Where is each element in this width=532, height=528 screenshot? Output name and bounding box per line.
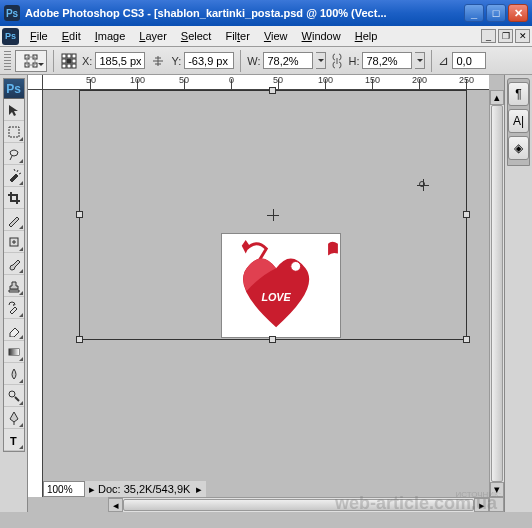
svg-rect-10	[62, 64, 66, 68]
svg-rect-13	[9, 127, 19, 137]
x-input[interactable]	[95, 52, 145, 69]
mdi-minimize-button[interactable]: _	[481, 29, 496, 43]
pen-tool[interactable]	[4, 407, 24, 429]
svg-rect-11	[67, 64, 71, 68]
main-area: Ps T 50 100 50 0 50 100	[0, 75, 532, 512]
svg-rect-12	[72, 64, 76, 68]
ref-point-selector[interactable]	[60, 52, 78, 70]
h-dropdown[interactable]	[415, 52, 425, 69]
lasso-tool[interactable]	[4, 143, 24, 165]
vertical-scrollbar[interactable]: ▴ ▾	[489, 90, 504, 497]
stamp-tool[interactable]	[4, 275, 24, 297]
transform-handle-bottom-right[interactable]	[463, 336, 470, 343]
crop-tool[interactable]	[4, 187, 24, 209]
scroll-up-button[interactable]: ▴	[490, 90, 504, 105]
ps-icon: Ps	[2, 28, 19, 45]
horizontal-ruler[interactable]: 50 100 50 0 50 100 150 200 250	[43, 75, 489, 90]
scroll-left-button[interactable]: ◂	[108, 498, 123, 512]
dock-well[interactable]: ¶ A| ◈	[507, 78, 530, 166]
tool-preset-picker[interactable]	[15, 50, 47, 72]
vertical-ruler[interactable]	[28, 90, 43, 497]
w-input[interactable]	[263, 52, 313, 69]
eraser-tool[interactable]	[4, 319, 24, 341]
rotation-label: ⊿	[438, 53, 449, 68]
svg-rect-6	[72, 54, 76, 58]
watermark-text: web-article.com.ua	[335, 493, 497, 514]
y-input[interactable]	[184, 52, 234, 69]
ruler-tick-label: 0	[229, 75, 234, 85]
canvas[interactable]: LOVE	[43, 90, 489, 497]
paragraph-panel-icon[interactable]: ¶	[508, 82, 529, 106]
menu-select[interactable]: Select	[174, 27, 219, 45]
menu-bar: Ps File Edit Image Layer Select Filter V…	[0, 26, 532, 47]
ruler-tick-label: 100	[130, 75, 145, 85]
tool-column: Ps T	[0, 75, 28, 512]
gradient-tool[interactable]	[4, 341, 24, 363]
type-tool[interactable]: T	[4, 429, 24, 451]
menu-filter[interactable]: Filter	[218, 27, 256, 45]
transform-handle-left[interactable]	[76, 211, 83, 218]
w-label: W:	[247, 55, 260, 67]
layers-panel-icon[interactable]: ◈	[508, 136, 529, 160]
window-close-button[interactable]: ✕	[508, 4, 528, 22]
mdi-close-button[interactable]: ✕	[515, 29, 530, 43]
window-minimize-button[interactable]: _	[464, 4, 484, 22]
menu-window[interactable]: Window	[295, 27, 348, 45]
transform-handle-bottom[interactable]	[269, 336, 276, 343]
svg-rect-7	[62, 59, 66, 63]
menu-layer[interactable]: Layer	[132, 27, 174, 45]
y-label: Y:	[171, 55, 181, 67]
aspect-link-button[interactable]	[330, 52, 344, 70]
menu-file[interactable]: File	[23, 27, 55, 45]
svg-rect-16	[9, 349, 19, 355]
transform-bounding-box[interactable]	[79, 90, 467, 340]
svg-rect-5	[67, 54, 71, 58]
status-bar: 100% ▸Doc: 35,2K/543,9K▸	[43, 481, 303, 497]
h-label: H:	[348, 55, 359, 67]
rotation-input[interactable]	[452, 52, 486, 69]
blur-tool[interactable]	[4, 363, 24, 385]
zoom-field[interactable]: 100%	[43, 481, 85, 497]
ruler-origin[interactable]	[28, 75, 43, 90]
window-maximize-button[interactable]: □	[486, 4, 506, 22]
doc-info[interactable]: ▸Doc: 35,2K/543,9K▸	[85, 481, 206, 497]
move-tool[interactable]	[4, 99, 24, 121]
ruler-tick-label: 50	[86, 75, 96, 85]
options-bar: X: Y: W: H: ⊿	[0, 47, 532, 75]
x-label: X:	[82, 55, 92, 67]
options-grip[interactable]	[4, 51, 11, 71]
relative-pos-icon[interactable]	[149, 52, 167, 70]
wand-tool[interactable]	[4, 165, 24, 187]
transform-handle-top[interactable]	[269, 87, 276, 94]
right-dock: ¶ A| ◈	[504, 75, 532, 512]
character-panel-icon[interactable]: A|	[508, 109, 529, 133]
menu-edit[interactable]: Edit	[55, 27, 88, 45]
document-area: 50 100 50 0 50 100 150 200 250	[28, 75, 504, 512]
transform-icon	[24, 54, 38, 68]
w-dropdown[interactable]	[316, 52, 326, 69]
ruler-tick-label: 200	[412, 75, 427, 85]
dodge-tool[interactable]	[4, 385, 24, 407]
menu-view[interactable]: View	[257, 27, 295, 45]
ruler-tick-label: 100	[318, 75, 333, 85]
menu-image[interactable]: Image	[88, 27, 133, 45]
svg-rect-4	[62, 54, 66, 58]
svg-point-17	[9, 391, 15, 397]
toolbox-header-icon[interactable]: Ps	[4, 79, 24, 99]
transform-handle-right[interactable]	[463, 211, 470, 218]
slice-tool[interactable]	[4, 209, 24, 231]
menu-help[interactable]: Help	[348, 27, 385, 45]
ruler-tick-label: 50	[179, 75, 189, 85]
transform-handle-bottom-left[interactable]	[76, 336, 83, 343]
mdi-restore-button[interactable]: ❐	[498, 29, 513, 43]
ruler-tick-label: 150	[365, 75, 380, 85]
brush-tool[interactable]	[4, 253, 24, 275]
spot-heal-tool[interactable]	[4, 231, 24, 253]
transform-pivot-icon[interactable]	[417, 179, 429, 191]
history-brush-tool[interactable]	[4, 297, 24, 319]
marquee-tool[interactable]	[4, 121, 24, 143]
vscroll-thumb[interactable]	[491, 105, 503, 482]
app-logo-icon: Ps	[4, 5, 20, 21]
h-input[interactable]	[362, 52, 412, 69]
svg-rect-8	[67, 59, 71, 63]
